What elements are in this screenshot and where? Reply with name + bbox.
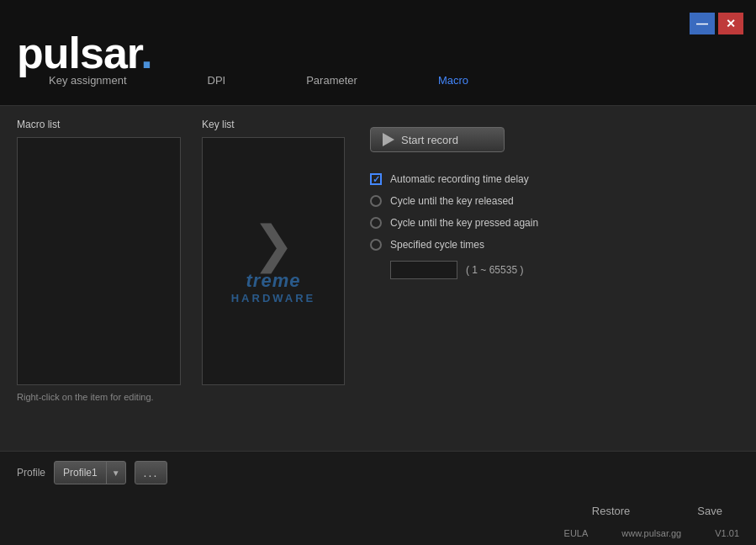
- option-specified-cycle-row: Specified cycle times: [370, 239, 739, 251]
- start-record-label: Start record: [401, 134, 458, 146]
- right-panel: Start record ✓ Automatic recording time …: [370, 119, 739, 438]
- xtreme-brand-main: treme: [246, 269, 301, 291]
- dots-button[interactable]: ...: [135, 461, 168, 484]
- main-content: Macro list Right-click on the item for e…: [0, 106, 756, 451]
- specified-cycle-radio[interactable]: [370, 239, 382, 251]
- tab-dpi[interactable]: DPI: [201, 71, 233, 90]
- footer-bottom: Restore Save: [0, 494, 756, 528]
- minimize-button[interactable]: —: [690, 13, 715, 34]
- lists-area: Macro list Right-click on the item for e…: [17, 119, 345, 438]
- restore-button[interactable]: Restore: [592, 505, 631, 517]
- xtreme-brand-sub: HARDWARE: [231, 291, 316, 304]
- start-record-button[interactable]: Start record: [370, 127, 505, 152]
- save-button[interactable]: Save: [697, 505, 722, 517]
- tab-key-assignment[interactable]: Key assignment: [42, 71, 134, 90]
- option-cycle-released-row: Cycle until the key released: [370, 195, 739, 207]
- version-label: V1.01: [715, 528, 739, 538]
- tab-parameter[interactable]: Parameter: [299, 71, 364, 90]
- logo-dot: .: [140, 29, 151, 77]
- tab-macro[interactable]: Macro: [431, 71, 475, 90]
- option-auto-delay-row: ✓ Automatic recording time delay: [370, 173, 739, 185]
- cycle-pressed-label: Cycle until the key pressed again: [390, 217, 538, 229]
- eula-link[interactable]: EULA: [564, 528, 589, 538]
- window-controls: — ✕: [690, 13, 743, 34]
- auto-delay-label: Automatic recording time delay: [390, 173, 529, 185]
- key-list-container: Key list ❯ treme HARDWARE: [202, 119, 345, 438]
- chevron-down-icon: ▼: [107, 468, 125, 478]
- cycle-released-radio[interactable]: [370, 195, 382, 207]
- app-logo: pulsar.: [17, 31, 152, 75]
- footer-info: EULA www.pulsar.gg V1.01: [0, 528, 756, 545]
- close-button[interactable]: ✕: [718, 13, 743, 34]
- checkmark-icon: ✓: [373, 174, 380, 185]
- options-area: ✓ Automatic recording time delay Cycle u…: [370, 173, 739, 279]
- macro-list-container: Macro list Right-click on the item for e…: [17, 119, 181, 438]
- footer: Profile Profile1 ▼ ... Restore Save EULA…: [0, 451, 756, 545]
- cycle-times-row: ( 1 ~ 65535 ): [390, 261, 739, 279]
- website-url: www.pulsar.gg: [621, 528, 681, 538]
- auto-delay-checkbox[interactable]: ✓: [370, 173, 382, 185]
- cycle-released-label: Cycle until the key released: [390, 195, 514, 207]
- macro-list-box[interactable]: [17, 137, 181, 385]
- logo-area: pulsar.: [17, 31, 152, 75]
- cycle-range-label: ( 1 ~ 65535 ): [466, 264, 523, 276]
- macro-list-label: Macro list: [17, 119, 181, 130]
- profile-name: Profile1: [55, 467, 106, 479]
- nav-tabs: Key assignment DPI Parameter Macro: [42, 71, 475, 90]
- header: pulsar. Key assignment DPI Parameter Mac…: [0, 0, 756, 106]
- profile-dropdown[interactable]: Profile1 ▼: [54, 461, 126, 484]
- cycle-times-input[interactable]: [390, 261, 457, 279]
- option-cycle-pressed-row: Cycle until the key pressed again: [370, 217, 739, 229]
- cycle-pressed-radio[interactable]: [370, 217, 382, 229]
- specified-cycle-label: Specified cycle times: [390, 239, 484, 251]
- xtreme-chevron-icon: ❯: [252, 219, 294, 269]
- logo-text: pulsar: [17, 29, 140, 77]
- xtreme-watermark: ❯ treme HARDWARE: [231, 219, 316, 304]
- key-list-label: Key list: [202, 119, 345, 130]
- play-icon: [383, 133, 394, 146]
- key-list-box[interactable]: ❯ treme HARDWARE: [202, 137, 345, 385]
- profile-label: Profile: [17, 467, 45, 479]
- footer-top: Profile Profile1 ▼ ...: [0, 452, 756, 494]
- list-hint: Right-click on the item for editing.: [17, 392, 181, 402]
